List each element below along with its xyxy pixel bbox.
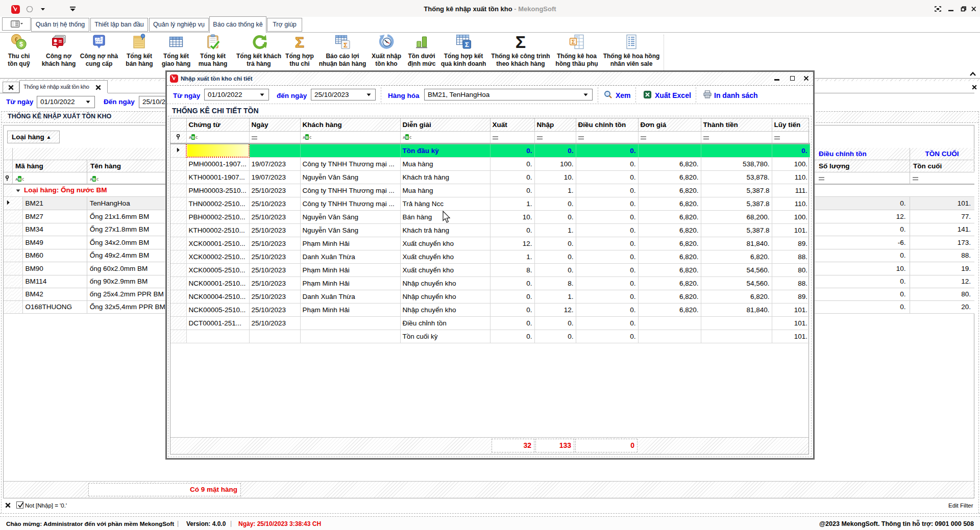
- svg-text:Σ: Σ: [344, 41, 348, 49]
- svg-text:B: B: [191, 135, 194, 140]
- svg-text:B: B: [18, 177, 21, 182]
- svg-text:Σ: Σ: [465, 41, 469, 48]
- svg-text:B: B: [305, 135, 308, 140]
- svg-text:Σ: Σ: [516, 34, 526, 50]
- svg-text:B: B: [405, 135, 408, 140]
- svg-text:C: C: [409, 135, 411, 140]
- svg-text:B: B: [93, 177, 96, 182]
- svg-text:C: C: [22, 177, 24, 182]
- svg-text:C: C: [195, 135, 198, 140]
- svg-text:C: C: [96, 177, 99, 182]
- svg-text:$: $: [19, 41, 23, 48]
- svg-text:C: C: [309, 135, 311, 140]
- svg-text:Σ: Σ: [572, 39, 575, 45]
- svg-text:Σ: Σ: [295, 34, 304, 50]
